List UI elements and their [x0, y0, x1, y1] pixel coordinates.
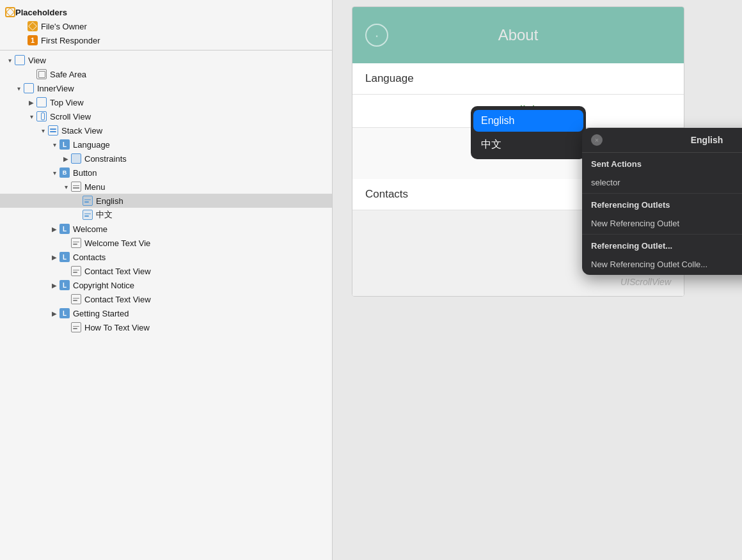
contact-textview2-label: Contact Text View	[84, 295, 151, 304]
safe-area-item[interactable]: Safe Area	[0, 67, 332, 81]
new-ref-outlet-row: New Referencing Outlet	[582, 212, 742, 235]
contacts-disclosure[interactable]: ▶	[50, 254, 59, 261]
button-label: Button	[73, 168, 97, 178]
welcome-textview-icon	[70, 237, 82, 249]
chinese-menu-icon	[82, 209, 93, 221]
view-icon	[14, 54, 26, 66]
contacts-row-label: Contacts	[365, 188, 408, 201]
top-view-label: Top View	[50, 98, 84, 107]
files-owner-label: File's Owner	[41, 22, 87, 31]
contact-textview-icon	[70, 265, 82, 277]
menu-item[interactable]: ▾ Menu	[0, 180, 332, 194]
copyright-item[interactable]: ▶ L Copyright Notice	[0, 278, 332, 292]
english-menu-item[interactable]: English	[0, 194, 332, 208]
language-row: Language	[352, 63, 684, 95]
menu-disclosure[interactable]: ▾	[61, 183, 70, 191]
constraints-item[interactable]: ▶ Constraints	[0, 152, 332, 166]
contact-textview-item[interactable]: Contact Text View	[0, 264, 332, 278]
referencing-outlets-title: Referencing Outlets	[582, 194, 742, 212]
scroll-view-disclosure[interactable]: ▾	[27, 113, 36, 120]
language-row-label: Language	[365, 72, 414, 85]
ref-outlet-collection-title: Referencing Outlet...	[582, 235, 742, 253]
connection-close-button[interactable]: ×	[591, 134, 603, 146]
getting-started-item[interactable]: ▶ L Getting Started	[0, 306, 332, 320]
files-owner-item[interactable]: File's Owner	[0, 19, 332, 33]
button-disclosure[interactable]: ▾	[50, 169, 59, 176]
innerview-icon	[23, 82, 35, 94]
copyright-label: Copyright Notice	[73, 281, 134, 290]
menu-icon	[70, 181, 82, 192]
safe-area-icon	[36, 68, 47, 80]
view-label: View	[28, 56, 46, 65]
button-icon: B	[59, 167, 70, 178]
language-item[interactable]: ▾ L Language	[0, 137, 332, 152]
safe-area-label: Safe Area	[50, 70, 86, 79]
constraints-icon	[70, 153, 82, 164]
device-nav-bar: About	[352, 7, 684, 63]
new-ref-outlet-collection-label: New Referencing Outlet Colle...	[591, 260, 707, 269]
placeholders-cube-icon	[5, 7, 15, 17]
dropdown-english-option[interactable]: English	[473, 110, 583, 132]
scroll-view-icon	[36, 111, 47, 122]
stack-view-disclosure[interactable]: ▾	[38, 127, 47, 134]
constraints-label: Constraints	[84, 154, 127, 164]
contacts-item[interactable]: ▶ L Contacts	[0, 250, 332, 264]
first-responder-item[interactable]: 1 First Responder	[0, 33, 332, 47]
welcome-disclosure[interactable]: ▶	[50, 226, 59, 233]
scroll-view-item[interactable]: ▾ Scroll View	[0, 109, 332, 123]
section-divider	[0, 50, 332, 51]
nav-back-button[interactable]	[365, 24, 388, 47]
copyright-icon: L	[59, 279, 70, 291]
connection-panel-header: × English	[582, 128, 742, 153]
getting-started-icon: L	[59, 307, 70, 319]
dropdown-chinese-option[interactable]: 中文	[471, 133, 586, 157]
view-item[interactable]: ▾ View	[0, 53, 332, 67]
first-responder-icon: 1	[27, 35, 38, 46]
placeholders-header: Placeholders	[0, 5, 332, 19]
files-owner-icon	[27, 20, 38, 32]
top-view-icon	[36, 97, 47, 108]
canvas-panel: About Language English English 中文 Cont	[333, 0, 742, 560]
chinese-menu-label: 中文	[96, 209, 113, 221]
language-label: Language	[73, 140, 110, 150]
connection-panel-title: English	[609, 135, 742, 145]
first-responder-label: First Responder	[41, 36, 100, 45]
top-view-item[interactable]: ▶ Top View	[0, 95, 332, 109]
placeholders-label: Placeholders	[15, 8, 67, 17]
howto-textview-icon	[70, 322, 82, 333]
welcome-item[interactable]: ▶ L Welcome	[0, 222, 332, 236]
welcome-textview-item[interactable]: Welcome Text Vie	[0, 236, 332, 250]
language-disclosure[interactable]: ▾	[50, 141, 59, 148]
howto-textview-item[interactable]: How To Text View	[0, 320, 332, 334]
view-disclosure[interactable]: ▾	[5, 57, 14, 64]
welcome-label: Welcome	[73, 224, 107, 234]
copyright-disclosure[interactable]: ▶	[50, 282, 59, 289]
contact-textview2-item[interactable]: Contact Text View	[0, 292, 332, 306]
stack-view-icon	[47, 125, 59, 136]
stack-view-label: Stack View	[61, 126, 102, 136]
new-ref-outlet-label: New Referencing Outlet	[591, 219, 679, 228]
howto-textview-label: How To Text View	[84, 323, 150, 332]
constraints-disclosure[interactable]: ▶	[61, 155, 70, 162]
button-item[interactable]: ▾ B Button	[0, 166, 332, 180]
innerview-disclosure[interactable]: ▾	[14, 85, 23, 92]
contact-textview-label: Contact Text View	[84, 267, 151, 276]
selector-row: selector	[582, 171, 742, 194]
chinese-menu-item[interactable]: 中文	[0, 208, 332, 222]
contacts-label: Contacts	[73, 253, 106, 262]
top-view-disclosure[interactable]: ▶	[27, 99, 36, 106]
scroll-view-label: Scroll View	[50, 112, 91, 121]
innerview-item[interactable]: ▾ InnerView	[0, 81, 332, 95]
getting-started-label: Getting Started	[73, 309, 129, 318]
contacts-icon: L	[59, 251, 70, 263]
scrollview-label: UIScrollView	[620, 277, 671, 287]
close-icon: ×	[595, 136, 599, 144]
new-ref-outlet-collection-row: New Referencing Outlet Colle...	[582, 253, 742, 275]
language-dropdown[interactable]: English 中文	[471, 106, 586, 159]
welcome-textview-label: Welcome Text Vie	[84, 238, 150, 248]
getting-started-disclosure[interactable]: ▶	[50, 310, 59, 317]
contact-textview2-icon	[70, 293, 82, 305]
stack-view-item[interactable]: ▾ Stack View	[0, 123, 332, 137]
english-menu-icon	[82, 195, 93, 206]
connection-panel: × English Sent Actions selector Referenc…	[582, 128, 742, 275]
